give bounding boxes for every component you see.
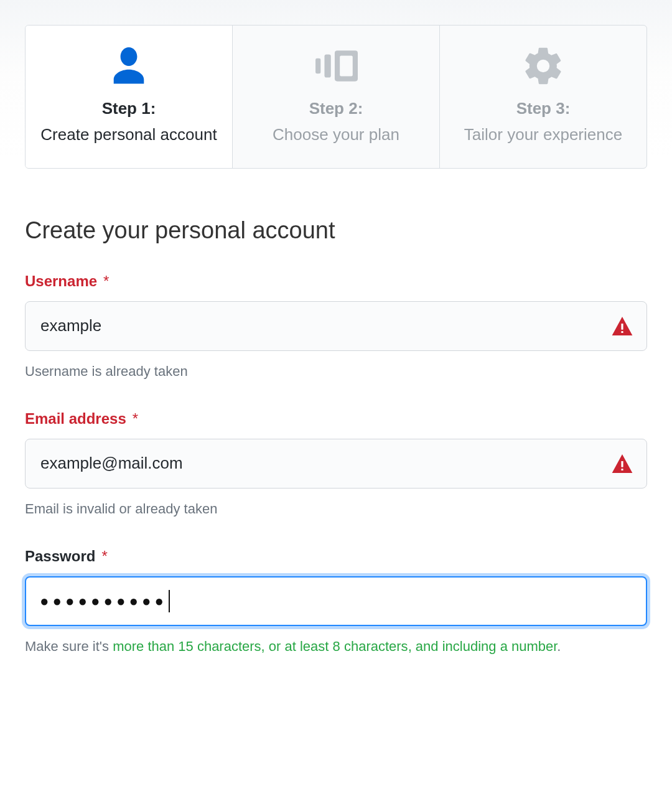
email-help: Email is invalid or already taken <box>25 498 647 519</box>
email-label-text: Email address <box>25 410 126 428</box>
password-label-text: Password <box>25 548 95 565</box>
email-input[interactable] <box>39 439 604 488</box>
password-help-rule2: or at least 8 characters <box>269 638 408 654</box>
required-mark: * <box>103 273 109 290</box>
password-input[interactable]: ●●●●●●●●●● <box>40 578 170 625</box>
password-help-sep2: , <box>408 638 416 654</box>
email-field: Email address * Email is invalid or alre… <box>25 410 647 519</box>
password-help: Make sure it's more than 15 characters, … <box>25 636 647 657</box>
username-label-text: Username <box>25 273 97 290</box>
step-3[interactable]: Step 3: Tailor your experience <box>440 26 646 168</box>
username-field: Username * Username is already taken <box>25 273 647 381</box>
password-help-rule1: more than 15 characters <box>113 638 261 654</box>
step-2-desc: Choose your plan <box>245 123 427 147</box>
gear-icon <box>452 44 634 88</box>
step-2[interactable]: Step 2: Choose your plan <box>233 26 440 168</box>
warning-icon <box>612 454 633 473</box>
email-label: Email address * <box>25 410 647 428</box>
email-control <box>25 439 647 489</box>
svg-rect-1 <box>324 54 330 77</box>
username-help: Username is already taken <box>25 361 647 381</box>
step-3-desc: Tailor your experience <box>452 123 634 147</box>
svg-rect-2 <box>315 58 320 74</box>
password-field: Password * ●●●●●●●●●● Make sure it's mor… <box>25 548 647 657</box>
password-help-sep1: , <box>261 638 269 654</box>
username-label: Username * <box>25 273 647 290</box>
step-1[interactable]: Step 1: Create personal account <box>26 26 233 168</box>
password-label: Password * <box>25 548 647 565</box>
warning-icon <box>612 317 633 335</box>
username-input[interactable] <box>39 302 604 350</box>
page-title: Create your personal account <box>25 217 647 244</box>
password-help-prefix: Make sure it's <box>25 638 113 654</box>
password-control[interactable]: ●●●●●●●●●● <box>25 576 647 626</box>
step-1-title: Step 1: <box>38 99 220 118</box>
step-2-title: Step 2: <box>245 99 427 118</box>
signup-steps: Step 1: Create personal account Step 2: … <box>25 25 647 169</box>
password-mask: ●●●●●●●●●● <box>40 592 167 610</box>
versions-icon <box>245 44 427 88</box>
password-help-rule3: and including a number <box>416 638 558 654</box>
text-caret <box>169 590 170 612</box>
required-mark: * <box>101 548 107 565</box>
person-icon <box>38 44 220 88</box>
username-control <box>25 301 647 351</box>
step-3-title: Step 3: <box>452 99 634 118</box>
step-1-desc: Create personal account <box>38 123 220 147</box>
password-help-suffix: . <box>557 638 561 654</box>
required-mark: * <box>133 410 138 428</box>
svg-rect-3 <box>340 56 353 77</box>
